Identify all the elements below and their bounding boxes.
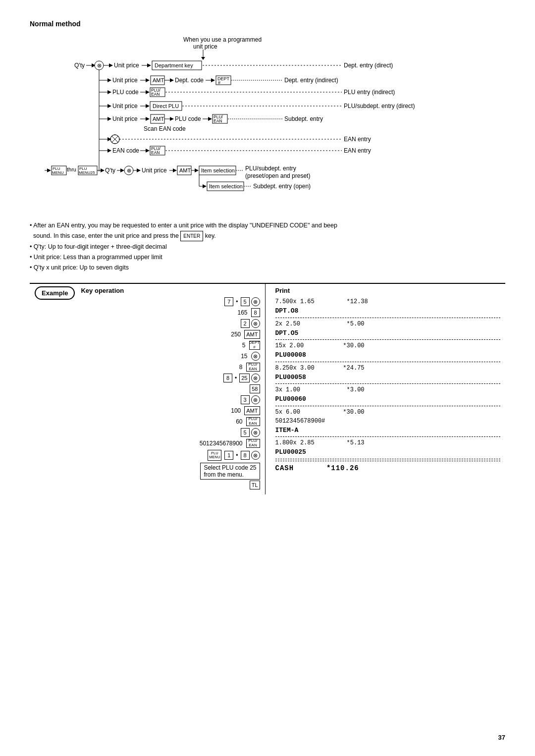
svg-text:Subdept. entry: Subdept. entry <box>284 115 323 122</box>
key-ot-2: ⊗ <box>251 319 260 328</box>
svg-text:PLU code: PLU code <box>175 115 201 122</box>
svg-text:EAN entry: EAN entry <box>344 147 371 154</box>
pr-cash: CASH *110.26 <box>275 463 501 474</box>
svg-text:thru: thru <box>67 166 76 172</box>
note-2: • Q'ty: Up to four-digit integer + three… <box>30 242 505 252</box>
key-7: 7 <box>224 297 233 306</box>
num-8a: 8 <box>239 364 243 371</box>
print-receipt: 7.500x 1.65 *12.38 DPT.O8 2x 2.50 *5.00 … <box>275 297 501 474</box>
key-5b: 5 <box>241 428 250 437</box>
svg-marker-11 <box>147 63 151 67</box>
page-number: 37 <box>498 734 505 741</box>
note-3: • Unit price: Less than a programmed upp… <box>30 252 505 263</box>
svg-text:AMT: AMT <box>153 77 164 83</box>
pr-7a: 1.800x 2.85 *5.13 <box>275 438 501 447</box>
svg-text:PLU/subdept. entry (direct): PLU/subdept. entry (direct) <box>344 103 415 109</box>
key-amt-2: AMT <box>244 406 260 415</box>
note-4: • Q'ty x unit price: Up to seven digits <box>30 263 505 273</box>
page-container: Normal method When you use a programmed … <box>30 20 505 494</box>
svg-text:AMT: AMT <box>179 167 191 173</box>
pr-2b: DPT.O5 <box>275 328 501 338</box>
svg-text:Subdept. entry (open): Subdept. entry (open) <box>253 183 311 190</box>
ko-row-9: 58 <box>81 384 260 393</box>
key-op-title: Key operation <box>81 287 260 294</box>
ko-row-14: 5012345678900 PLU/ EAN <box>81 439 260 448</box>
print-column: Print 7.500x 1.65 *12.38 DPT.O8 2x 2.50 … <box>266 284 506 494</box>
pr-2a: 2x 2.50 *5.00 <box>275 320 501 328</box>
intro-line1: When you use a programmed <box>183 36 262 43</box>
svg-marker-83 <box>146 149 150 153</box>
svg-marker-109 <box>173 168 177 172</box>
key-ot-1: ⊗ <box>251 297 260 306</box>
svg-marker-21 <box>146 78 150 82</box>
key-ot-5: ⊗ <box>251 395 260 404</box>
svg-marker-54 <box>107 117 111 121</box>
num-165: 165 <box>237 309 247 316</box>
key-dept: DEPT # <box>249 341 260 350</box>
svg-marker-80 <box>107 149 111 153</box>
example-section: Example Key operation 7 • 5 ⊗ 165 8 <box>30 283 505 494</box>
num-100: 100 <box>231 407 241 414</box>
key-8b: 8 <box>223 374 232 382</box>
key-58: 58 <box>250 384 260 393</box>
svg-marker-18 <box>107 78 111 82</box>
svg-text:Scan EAN code: Scan EAN code <box>144 125 186 132</box>
ko-row-7: 8 PLU/ EAN <box>81 363 260 372</box>
pr-6c: ITEM-A <box>275 426 501 435</box>
ko-row-5: 5 DEPT # <box>81 341 260 350</box>
svg-marker-38 <box>146 90 150 94</box>
select-plu-line1: Select PLU code 25 <box>204 464 256 471</box>
svg-marker-61 <box>170 117 174 121</box>
svg-text:PLU entry (indirect): PLU entry (indirect) <box>344 89 395 96</box>
ko-row-15: PLU MENU 1 • 8 ⊗ <box>81 450 260 461</box>
ko-row-13: 5 ⊗ <box>81 428 260 437</box>
svg-marker-48 <box>146 104 150 108</box>
svg-text:Dept. entry (direct): Dept. entry (direct) <box>344 62 393 69</box>
svg-text:PLU/subdept. entry: PLU/subdept. entry <box>245 165 296 172</box>
key-3: 3 <box>241 395 250 404</box>
key-1: 1 <box>224 451 233 460</box>
num-barcode: 5012345678900 <box>200 440 243 447</box>
num-60: 60 <box>236 418 242 425</box>
pr-6a: 5x 6.00 *30.00 <box>275 408 501 417</box>
svg-marker-28 <box>211 78 215 82</box>
svg-marker-99 <box>101 168 105 172</box>
note-1: • After an EAN entry, you may be request… <box>30 220 505 231</box>
ko-row-3: 2 ⊗ <box>81 319 260 328</box>
note-1b: sound. In this case, enter the unit pric… <box>30 231 505 241</box>
key-25: 25 <box>239 374 249 382</box>
svg-text:PLU code: PLU code <box>112 89 139 96</box>
key-5: 5 <box>241 297 250 306</box>
svg-marker-45 <box>107 104 111 108</box>
svg-text:EAN: EAN <box>151 150 160 155</box>
pr-3b: PLU00008 <box>275 350 501 360</box>
svg-text:Item selection: Item selection <box>209 183 243 189</box>
svg-text:MENU25: MENU25 <box>79 170 95 175</box>
svg-marker-121 <box>203 184 207 188</box>
dot-3: • <box>236 452 238 459</box>
dot-1: • <box>236 298 238 305</box>
svg-text:EAN: EAN <box>214 118 222 123</box>
key-pluean-1: PLU/ EAN <box>246 363 260 372</box>
key-ot-7: ⊗ <box>251 451 260 460</box>
num-5a: 5 <box>242 342 246 349</box>
svg-marker-102 <box>120 168 124 172</box>
flow-diagram: When you use a programmed unit price Q't… <box>30 33 505 211</box>
svg-marker-113 <box>195 168 199 172</box>
svg-text:Dept. code: Dept. code <box>175 77 204 84</box>
ko-row-8: 8 • 25 ⊗ <box>81 374 260 382</box>
key-ot-6: ⊗ <box>251 428 260 437</box>
num-250: 250 <box>231 331 241 338</box>
svg-text:⊗: ⊗ <box>127 167 131 173</box>
svg-text:(preset/open and preset): (preset/open and preset) <box>245 172 310 179</box>
key-ot-4: ⊗ <box>251 374 260 382</box>
ko-row-12: 60 PLU/ EAN <box>81 417 260 426</box>
key-8c: 8 <box>241 451 250 460</box>
svg-marker-25 <box>170 78 174 82</box>
dot-2: • <box>235 375 237 381</box>
pr-6b: 5012345678900# <box>275 417 501 426</box>
ko-row-6: 15 ⊗ <box>81 352 260 361</box>
ko-row-11: 100 AMT <box>81 406 260 415</box>
pr-1b: DPT.O8 <box>275 306 501 316</box>
svg-text:AMT: AMT <box>153 116 164 122</box>
